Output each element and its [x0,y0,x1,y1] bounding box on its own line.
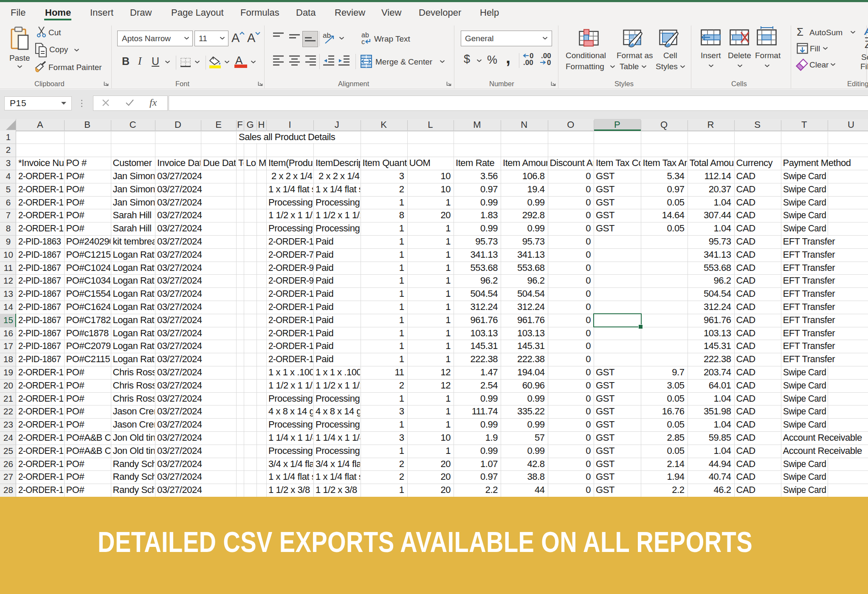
svg-text:ab: ab [361,31,369,39]
svg-text:c: c [361,38,365,45]
svg-text:ab: ab [323,31,331,39]
